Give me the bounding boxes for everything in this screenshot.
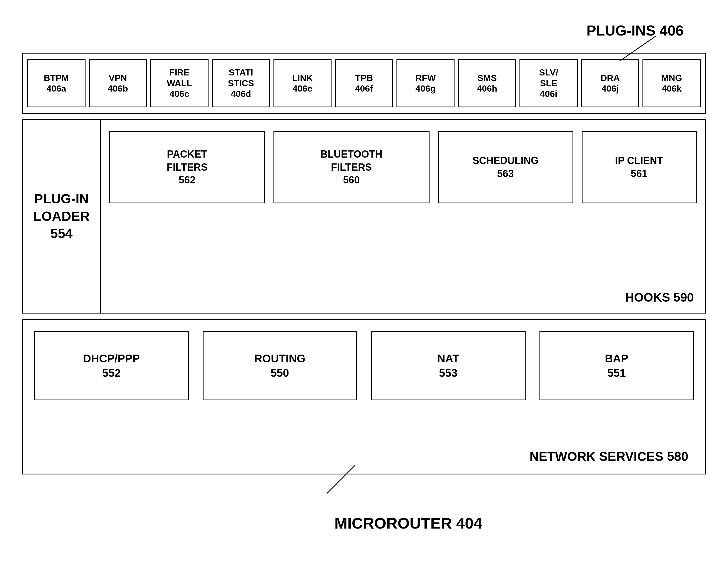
plugin-dra: DRA406j [581,59,639,107]
plugin-link: LINK406e [273,59,332,107]
plugin-slv-sle: SLV/SLE406i [520,59,578,107]
svg-line-1 [327,466,355,493]
plugin-vpn: VPN406b [89,59,147,107]
microrouter-arrow [322,463,377,499]
network-boxes-row: DHCP/PPP552 ROUTING550 NAT553 BAP551 [34,331,694,401]
hooks-area: PACKETFILTERS562 BLUETOOTHFILTERS560 SCH… [101,120,705,313]
nat-box: NAT553 [371,331,526,401]
dhcp-ppp-box: DHCP/PPP552 [34,331,189,401]
scheduling-box: SCHEDULING563 [438,131,573,203]
microrouter-label: MICROROUTER 404 [335,514,482,532]
plugin-firewall: FIREWALL406c [150,59,208,107]
main-container: PLUG-INLOADER554 PACKETFILTERS562 BLUETO… [22,119,706,314]
plugin-statistics: STATISTICS406d [212,59,270,107]
plugin-loader-label: PLUG-INLOADER554 [33,190,90,242]
hooks-label: HOOKS 590 [625,291,694,304]
bluetooth-filters-box: BLUETOOTHFILTERS560 [273,131,430,203]
packet-filters-box: PACKETFILTERS562 [109,131,265,203]
routing-box: ROUTING550 [203,331,357,401]
plugin-sms: SMS406h [458,59,516,107]
network-services-label: NETWORK SERVICES 580 [530,449,688,464]
plugin-rfw: RFW406g [396,59,455,107]
plugins-row: BTPM406a VPN406b FIREWALL406c STATISTICS… [22,53,706,114]
plugin-mng: MNG406k [642,59,701,107]
ip-client-box: IP CLIENT561 [582,131,697,203]
diagram-container: PLUG-INS 406 BTPM406a VPN406b FIREWALL40… [11,17,717,554]
plugin-tpb: TPB406f [335,59,393,107]
plugin-loader-panel: PLUG-INLOADER554 [23,120,101,313]
hooks-boxes-row: PACKETFILTERS562 BLUETOOTHFILTERS560 SCH… [109,131,697,203]
bap-box: BAP551 [539,331,694,401]
network-container: DHCP/PPP552 ROUTING550 NAT553 BAP551 NET… [22,319,706,474]
plugin-btpm: BTPM406a [27,59,86,107]
